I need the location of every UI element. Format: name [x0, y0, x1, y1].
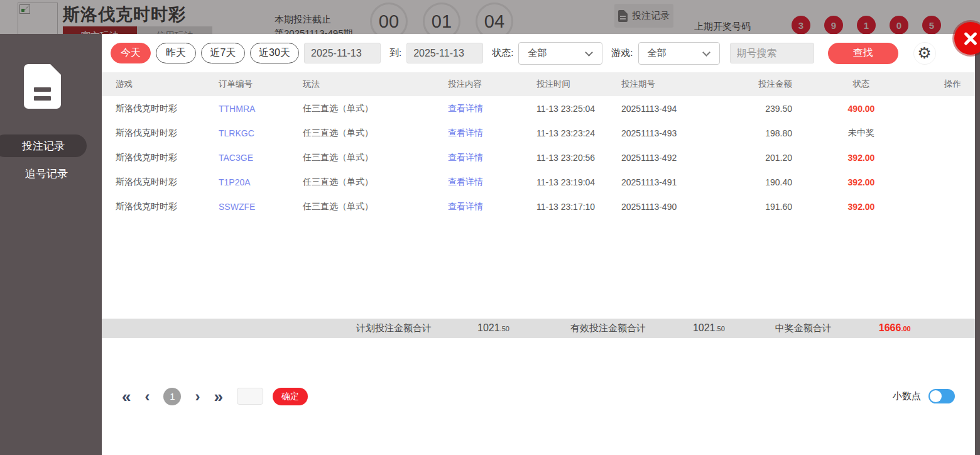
- modal-dim-overlay: [0, 0, 980, 34]
- prev-page-button[interactable]: ‹: [144, 389, 150, 404]
- bet-records-modal: 今天 昨天 近7天 近30天 到: 状态: 全部 游戏: 全部 查找 ⚙ 游戏 …: [102, 34, 975, 455]
- cell-amount: 191.60: [754, 202, 792, 212]
- records-document-icon: [24, 64, 61, 109]
- date-to-input[interactable]: [406, 43, 483, 63]
- plan-total-label: 计划投注金额合计: [356, 322, 432, 334]
- cell-play: 任三直选（单式）: [303, 152, 448, 163]
- cell-status: 392.00: [792, 202, 930, 212]
- page-jump-input[interactable]: [237, 388, 263, 405]
- cell-game: 斯洛伐克时时彩: [116, 128, 219, 139]
- cell-amount: 198.80: [754, 128, 792, 138]
- table-row: 斯洛伐克时时彩 SSWZFE 任三直选（单式） 查看详情 11-13 23:17…: [102, 194, 975, 219]
- cell-time: 11-13 23:20:56: [536, 153, 621, 163]
- next-page-button[interactable]: ›: [195, 389, 200, 404]
- settings-button[interactable]: ⚙: [913, 42, 936, 65]
- order-code-link[interactable]: TTHMRA: [219, 104, 303, 114]
- decimal-toggle-label: 小数点: [893, 390, 921, 402]
- find-button[interactable]: 查找: [828, 43, 898, 64]
- records-sidebar: 投注记录 追号记录: [0, 34, 102, 455]
- order-code-link[interactable]: SSWZFE: [219, 202, 303, 212]
- cell-time: 11-13 23:23:24: [536, 128, 621, 138]
- game-select[interactable]: 全部: [638, 42, 720, 65]
- order-code-link[interactable]: TLRKGC: [219, 128, 303, 138]
- plan-total-value: 1021.50: [477, 322, 509, 334]
- order-code-link[interactable]: TAC3GE: [219, 153, 303, 163]
- table-row: 斯洛伐克时时彩 TTHMRA 任三直选（单式） 查看详情 11-13 23:25…: [102, 96, 975, 121]
- document-line: [34, 96, 51, 101]
- cell-period: 20251113-492: [621, 153, 754, 163]
- cell-period: 20251113-491: [621, 177, 754, 187]
- confirm-page-button[interactable]: 确定: [273, 388, 308, 405]
- sidebar-item-chase-records[interactable]: 追号记录: [0, 163, 87, 184]
- valid-total-label: 有效投注金额合计: [570, 322, 646, 334]
- view-detail-link[interactable]: 查看详情: [448, 177, 536, 188]
- cell-game: 斯洛伐克时时彩: [116, 152, 219, 163]
- first-page-button[interactable]: «: [122, 388, 131, 405]
- cell-game: 斯洛伐克时时彩: [116, 103, 219, 114]
- filter-bar: 今天 昨天 近7天 近30天 到: 状态: 全部 游戏: 全部 查找 ⚙: [102, 34, 975, 72]
- chevron-down-icon: [585, 48, 593, 57]
- status-select-value: 全部: [528, 47, 547, 59]
- filter-last30days-button[interactable]: 近30天: [250, 43, 299, 63]
- view-detail-link[interactable]: 查看详情: [448, 103, 536, 114]
- col-header-play: 玩法: [303, 79, 448, 90]
- current-page-indicator[interactable]: 1: [163, 388, 181, 405]
- view-detail-link[interactable]: 查看详情: [448, 152, 536, 163]
- period-search-input[interactable]: [730, 43, 814, 63]
- col-header-status: 状态: [792, 79, 930, 90]
- cell-play: 任三直选（单式）: [303, 201, 448, 212]
- col-header-content: 投注内容: [448, 79, 536, 90]
- cell-status: 392.00: [792, 177, 930, 187]
- filter-today-button[interactable]: 今天: [111, 43, 151, 63]
- cell-game: 斯洛伐克时时彩: [116, 177, 219, 188]
- toggle-knob: [930, 390, 942, 402]
- game-select-value: 全部: [648, 47, 667, 59]
- cell-time: 11-13 23:25:04: [536, 104, 621, 114]
- col-header-game: 游戏: [116, 79, 219, 90]
- col-header-time: 投注时间: [536, 79, 621, 90]
- decimal-toggle-group: 小数点: [893, 389, 955, 403]
- cell-amount: 201.20: [754, 153, 792, 163]
- filter-last7days-button[interactable]: 近7天: [201, 43, 245, 63]
- cell-period: 20251113-493: [621, 128, 754, 138]
- status-select[interactable]: 全部: [518, 42, 602, 65]
- cell-amount: 239.50: [754, 104, 792, 114]
- date-from-input[interactable]: [304, 43, 381, 63]
- document-fold: [50, 63, 62, 75]
- cell-game: 斯洛伐克时时彩: [116, 201, 219, 212]
- sidebar-item-bet-records[interactable]: 投注记录: [0, 134, 87, 157]
- cell-time: 11-13 23:17:10: [536, 202, 621, 212]
- cell-period: 20251113-490: [621, 202, 754, 212]
- cell-play: 任三直选（单式）: [303, 103, 448, 114]
- cell-play: 任三直选（单式）: [303, 177, 448, 188]
- table-row: 斯洛伐克时时彩 TAC3GE 任三直选（单式） 查看详情 11-13 23:20…: [102, 145, 975, 170]
- col-header-order: 订单编号: [219, 79, 303, 90]
- view-detail-link[interactable]: 查看详情: [448, 201, 536, 212]
- filter-yesterday-button[interactable]: 昨天: [156, 43, 196, 63]
- table-header-row: 游戏 订单编号 玩法 投注内容 投注时间 投注期号 投注金额 状态 操作: [102, 72, 975, 96]
- table-row: 斯洛伐克时时彩 T1P20A 任三直选（单式） 查看详情 11-13 23:19…: [102, 170, 975, 194]
- last-page-button[interactable]: »: [214, 388, 222, 405]
- cell-play: 任三直选（单式）: [303, 128, 448, 139]
- date-to-label: 到:: [389, 47, 401, 59]
- status-filter-label: 状态:: [492, 47, 513, 59]
- win-total-value: 1666.00: [879, 322, 911, 334]
- decimal-toggle-switch[interactable]: [928, 389, 955, 403]
- col-header-period: 投注期号: [621, 79, 754, 90]
- win-total-label: 中奖金额合计: [775, 322, 832, 334]
- table-empty-area: [102, 219, 975, 319]
- view-detail-link[interactable]: 查看详情: [448, 128, 536, 139]
- pagination-bar: « ‹ 1 › » 确定 小数点: [102, 338, 975, 455]
- valid-total-value: 1021.50: [693, 322, 725, 334]
- document-line: [34, 87, 51, 92]
- summary-bar: 计划投注金额合计 1021.50 有效投注金额合计 1021.50 中奖金额合计…: [102, 319, 975, 338]
- cell-period: 20251113-494: [621, 104, 754, 114]
- cell-time: 11-13 23:19:04: [536, 177, 621, 187]
- order-code-link[interactable]: T1P20A: [219, 177, 303, 187]
- chevron-down-icon: [702, 48, 710, 57]
- cell-status: 未中奖: [792, 128, 930, 139]
- col-header-action: 操作: [930, 79, 961, 90]
- gear-icon: ⚙: [917, 45, 931, 61]
- table-row: 斯洛伐克时时彩 TLRKGC 任三直选（单式） 查看详情 11-13 23:23…: [102, 121, 975, 145]
- cell-amount: 190.40: [754, 177, 792, 187]
